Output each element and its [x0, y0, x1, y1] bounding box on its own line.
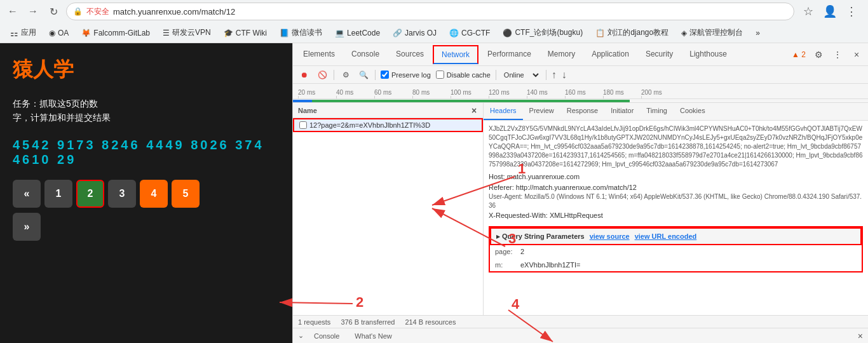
- lock-icon: 🔒: [73, 7, 83, 16]
- ctfwiki-icon: 🎓: [224, 29, 233, 37]
- detail-tab-cookies[interactable]: Cookies: [674, 103, 712, 120]
- toolbar-separator3: [496, 70, 496, 80]
- devtools-header: Elements Console Sources Network Perform…: [293, 43, 868, 66]
- prev-page-button[interactable]: «: [13, 180, 41, 208]
- host-header-text: Host: match.yuanrenxue.com: [489, 172, 863, 182]
- tick-80ms-line: [412, 96, 451, 98]
- record-button[interactable]: ⏺: [298, 69, 311, 81]
- pagination-row2: »: [13, 213, 41, 241]
- task-line2: 字，计算加和并提交结果: [13, 112, 111, 123]
- tab-network[interactable]: Network: [433, 45, 478, 64]
- tick-180ms: 180 ms: [603, 89, 641, 98]
- close-network-detail-icon[interactable]: ×: [465, 103, 483, 119]
- detail-tab-initiator[interactable]: Initiator: [604, 103, 640, 120]
- preserve-log-label[interactable]: Preserve log: [381, 71, 431, 79]
- settings-icon[interactable]: ⚙: [810, 46, 827, 64]
- pagination: « 1 2 3 4 5 »: [13, 180, 280, 241]
- row-checkbox[interactable]: [299, 121, 307, 129]
- bookmark-weixin[interactable]: 📘 微信读书: [275, 26, 327, 39]
- search-button[interactable]: 🔍: [357, 69, 370, 81]
- detail-tab-headers[interactable]: Headers: [484, 103, 523, 120]
- tab-elements[interactable]: Elements: [295, 46, 342, 64]
- tick-100ms-line: [451, 96, 489, 98]
- referer-header-text: Referer: http://match.yuanrenxue.com/mat…: [489, 182, 863, 193]
- tick-200ms: 200 ms: [641, 89, 679, 98]
- bookmark-ctfwiki[interactable]: 🎓 CTF Wiki: [219, 27, 272, 39]
- bookmarks-bar: ⚏ 应用 ◉ OA 🦊 Falcomm-GitLab ☰ 研发云VPN 🎓 CT…: [0, 23, 868, 43]
- qs-view-source-link[interactable]: view source: [590, 231, 630, 242]
- export-button[interactable]: ↓: [562, 69, 567, 81]
- bookmark-cgctf-label: CG-CTF: [461, 29, 490, 37]
- whats-new-tab[interactable]: What's New: [349, 331, 397, 341]
- tick-40ms-line: [336, 96, 374, 98]
- page-4-button[interactable]: 4: [140, 180, 168, 208]
- page-5-button[interactable]: 5: [172, 180, 200, 208]
- qs-view-encoded-link[interactable]: view URL encoded: [635, 231, 697, 242]
- bookmark-cgctf[interactable]: 🌐 CG-CTF: [444, 27, 495, 39]
- page-1-button[interactable]: 1: [44, 180, 72, 208]
- tab-memory[interactable]: Memory: [540, 46, 583, 64]
- bookmark-more[interactable]: »: [750, 27, 765, 39]
- console-tab[interactable]: Console: [309, 331, 344, 341]
- preserve-log-text: Preserve log: [391, 71, 431, 79]
- star-button[interactable]: ☆: [799, 3, 817, 20]
- tick-60ms-line: [374, 96, 412, 98]
- bookmark-console[interactable]: ◈ 深航管理控制台: [676, 26, 748, 39]
- next-page-button[interactable]: »: [13, 213, 41, 241]
- close-devtools-button[interactable]: ×: [848, 46, 865, 64]
- bookmark-gitlab-label: Falcomm-GitLab: [93, 29, 150, 37]
- site-numbers: 4542 9173 8246 4449 8026 374 4610 29: [13, 138, 280, 167]
- bookmark-oa[interactable]: ◉ OA: [44, 27, 74, 39]
- qs-title-text: ▸ Query String Parameters: [496, 231, 585, 242]
- toolbar-separator2: [375, 70, 376, 80]
- browser-chrome: ← → ↻ 🔒 不安全 match.yuanrenxue.com/match/1…: [0, 0, 868, 43]
- bookmark-ctfwiki-label: CTF Wiki: [236, 29, 267, 37]
- console-drawer-icon: ⌄: [298, 332, 304, 340]
- resources-size: 214 B resources: [405, 318, 456, 326]
- throttle-select[interactable]: Online Fast 3G Slow 3G Offline: [501, 71, 541, 79]
- bookmark-apps[interactable]: ⚏ 应用: [5, 26, 41, 39]
- tab-console[interactable]: Console: [344, 46, 387, 64]
- bookmark-vpn-label: 研发云VPN: [172, 27, 211, 38]
- detail-tab-preview[interactable]: Preview: [523, 103, 560, 120]
- disable-cache-text: Disable cache: [447, 71, 491, 79]
- timeline-ruler: 20 ms 40 ms 60 ms 80 ms 100 ms 120 ms: [293, 84, 868, 99]
- preserve-log-checkbox[interactable]: [381, 71, 389, 79]
- tick-140ms: 140 ms: [527, 89, 565, 98]
- headers-text: XJbZL2VxZ8Y5G/5VMNkdL9NYcLA43aIdeLfvJij9…: [489, 124, 863, 169]
- clear-button[interactable]: 🚫: [316, 69, 329, 81]
- tab-security[interactable]: Security: [638, 46, 681, 64]
- xrw-header-text: X-Requested-With: XMLHttpRequest: [489, 210, 863, 221]
- tick-200ms-line: [641, 96, 679, 98]
- tab-performance[interactable]: Performance: [480, 46, 539, 64]
- disable-cache-label[interactable]: Disable cache: [436, 71, 491, 79]
- tab-application[interactable]: Application: [584, 46, 637, 64]
- menu-button[interactable]: ⋮: [843, 3, 860, 20]
- back-button[interactable]: ←: [5, 4, 20, 19]
- import-button[interactable]: ↑: [552, 69, 557, 81]
- bookmark-vpn[interactable]: ☰ 研发云VPN: [158, 26, 216, 39]
- account-button[interactable]: 👤: [821, 3, 839, 20]
- bookmark-leetcode[interactable]: 💻 LeetCode: [330, 27, 385, 39]
- close-console-button[interactable]: ×: [858, 331, 863, 341]
- disable-cache-checkbox[interactable]: [436, 71, 444, 79]
- tick-40ms-label: 40 ms: [336, 89, 353, 96]
- bookmark-django[interactable]: 📋 刘江的django教程: [590, 26, 674, 39]
- page-2-button[interactable]: 2: [76, 180, 104, 208]
- detail-tab-timing[interactable]: Timing: [640, 103, 674, 120]
- tab-lighthouse[interactable]: Lighthouse: [682, 46, 735, 64]
- network-row-item[interactable]: 12?page=2&m=eXVhbnJlbnh1ZTI%3D: [293, 118, 483, 132]
- tab-sources[interactable]: Sources: [388, 46, 431, 64]
- filter-icon[interactable]: ⚙: [339, 69, 352, 81]
- bookmark-gitlab[interactable]: 🦊 Falcomm-GitLab: [76, 27, 155, 39]
- refresh-button[interactable]: ↻: [46, 4, 61, 19]
- bookmark-bugku[interactable]: ⚫ CTF_论剑场(bugku): [498, 26, 588, 39]
- forward-button[interactable]: →: [25, 4, 41, 19]
- detail-tab-response[interactable]: Response: [560, 103, 605, 120]
- qs-val-m: eXVhbnJlbnh1ZTI=: [520, 260, 580, 271]
- address-bar[interactable]: 🔒 不安全 match.yuanrenxue.com/match/12: [66, 3, 794, 20]
- bookmark-bugku-label: CTF_论剑场(bugku): [515, 27, 583, 38]
- bookmark-jarvisoj[interactable]: 🔗 Jarvis OJ: [388, 27, 442, 39]
- devtools-menu-icon[interactable]: ⋮: [829, 46, 846, 64]
- page-3-button[interactable]: 3: [108, 180, 136, 208]
